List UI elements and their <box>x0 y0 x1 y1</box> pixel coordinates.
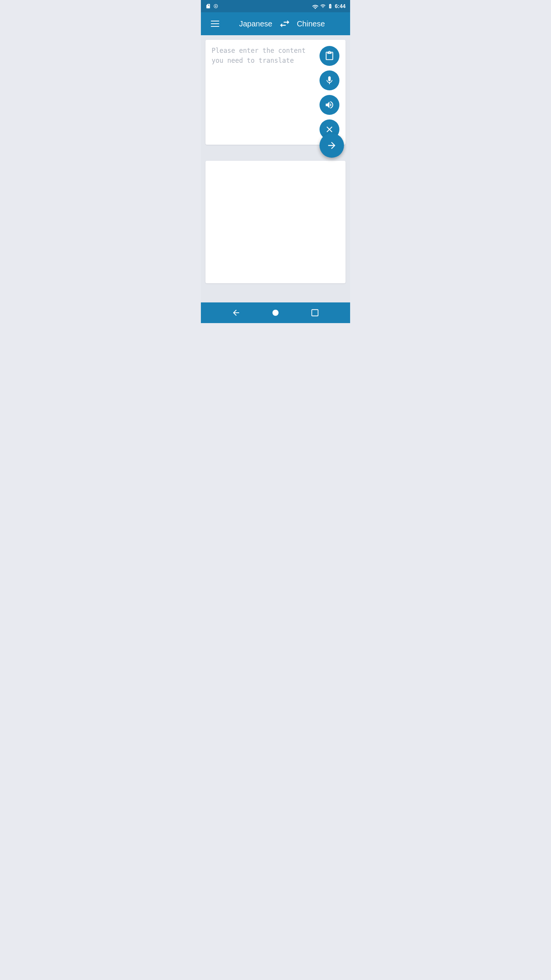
translate-button[interactable] <box>320 133 344 158</box>
target-language[interactable]: Chinese <box>297 20 325 28</box>
menu-button[interactable] <box>209 18 222 29</box>
microphone-button[interactable] <box>320 70 339 90</box>
language-pair: Japanese Chinese <box>222 18 342 30</box>
translation-input[interactable] <box>212 45 320 129</box>
back-button[interactable] <box>228 304 245 321</box>
status-right-icons: 6:44 <box>312 3 346 9</box>
wifi-icon <box>312 3 318 9</box>
input-actions <box>320 45 339 139</box>
battery-icon <box>328 3 333 9</box>
status-left-icons <box>205 3 218 9</box>
svg-point-2 <box>272 310 279 316</box>
home-button[interactable] <box>267 304 284 321</box>
clock: 6:44 <box>335 3 346 9</box>
swap-language-button[interactable] <box>279 18 291 30</box>
speaker-button[interactable] <box>320 95 339 115</box>
translate-fab-container <box>205 133 346 158</box>
clipboard-button[interactable] <box>320 46 339 66</box>
sync-icon <box>213 3 218 9</box>
signal-icon <box>320 3 326 9</box>
source-language[interactable]: Japanese <box>239 20 272 28</box>
navigation-bar <box>201 302 350 323</box>
recent-apps-button[interactable] <box>306 304 323 321</box>
output-section <box>205 161 346 283</box>
status-bar: 6:44 <box>201 0 350 12</box>
svg-point-1 <box>215 5 217 7</box>
svg-rect-3 <box>312 310 318 316</box>
sd-card-icon <box>205 3 211 9</box>
input-section <box>205 40 346 145</box>
main-content <box>201 35 350 302</box>
toolbar: Japanese Chinese <box>201 12 350 35</box>
